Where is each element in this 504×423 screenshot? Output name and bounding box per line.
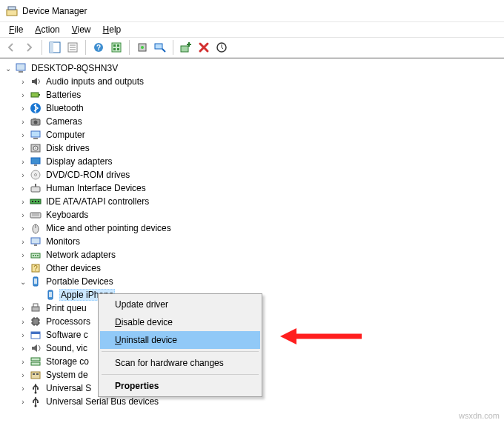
expand-icon[interactable]: › (18, 356, 28, 367)
portable-icon (30, 276, 42, 287)
tree-category[interactable]: ›?Other devices (18, 262, 504, 275)
uninstall-button[interactable] (196, 39, 212, 56)
expand-icon[interactable]: › (18, 130, 28, 140)
svg-rect-13 (113, 48, 116, 50)
svg-rect-77 (36, 373, 39, 375)
expand-icon[interactable]: › (18, 76, 28, 87)
update-button[interactable] (213, 39, 230, 56)
ide-icon (30, 196, 42, 207)
tree-category[interactable]: ›Monitors (18, 235, 504, 248)
expand-icon[interactable]: › (18, 370, 28, 380)
portable-icon (44, 289, 56, 301)
tree-root-label: DESKTOP-8QSHN3V (30, 63, 119, 73)
forward-button[interactable] (21, 39, 37, 56)
expand-icon[interactable]: › (18, 303, 28, 313)
expand-icon[interactable]: › (18, 330, 28, 340)
svg-rect-48 (31, 238, 40, 244)
expand-icon[interactable]: › (18, 143, 28, 153)
tree-category[interactable]: ⌄Portable Devices (18, 275, 504, 288)
expand-icon[interactable]: › (18, 103, 28, 113)
svg-point-32 (35, 147, 36, 149)
menubar: File Action View Help (0, 22, 504, 37)
tree-category-label: Display adapters (44, 156, 113, 167)
tree-category[interactable]: ›Disk drives (18, 141, 504, 155)
software-icon (30, 329, 42, 341)
add-legacy-button[interactable] (178, 39, 194, 56)
scan-hardware-button[interactable] (152, 39, 168, 56)
context-menu-item[interactable]: Update driver (100, 296, 260, 313)
hid-icon (30, 182, 42, 194)
tree-root-node[interactable]: ⌄DESKTOP-8QSHN3V (3, 61, 504, 75)
menu-action[interactable]: Action (29, 23, 65, 36)
tree-category-label: Sound, vic (44, 343, 89, 353)
expand-icon[interactable]: › (18, 263, 28, 273)
expand-icon[interactable]: › (18, 396, 28, 407)
svg-rect-12 (117, 44, 119, 47)
svg-rect-61 (33, 304, 38, 307)
expand-icon[interactable]: ⌄ (18, 276, 28, 287)
keyboard-icon (30, 209, 42, 221)
disk-icon (30, 142, 42, 154)
expand-icon[interactable]: › (18, 196, 28, 207)
printer-icon (30, 302, 42, 314)
tree-category-label: Storage co (44, 356, 90, 367)
expand-icon[interactable]: › (18, 383, 28, 393)
tree-category[interactable]: ›Audio inputs and outputs (18, 75, 504, 88)
context-menu-item[interactable]: Disable device (100, 313, 260, 331)
context-menu-item[interactable]: Scan for hardware changes (100, 354, 260, 372)
tree-category[interactable]: ›Mice and other pointing devices (18, 222, 504, 235)
context-menu-item[interactable]: Properties (100, 377, 260, 395)
audio-icon (30, 76, 42, 87)
expand-icon[interactable]: › (18, 210, 28, 220)
tree-category[interactable]: ›Keyboards (18, 208, 504, 222)
tree-category[interactable]: ›Cameras (18, 115, 504, 128)
tree-category-label: Keyboards (44, 210, 90, 220)
context-menu-separator (102, 374, 259, 375)
context-menu-item[interactable]: Uninstall device (100, 331, 260, 349)
toolbar-separator (42, 40, 42, 55)
svg-rect-10 (112, 43, 121, 52)
collapse-icon[interactable]: ⌄ (3, 63, 13, 73)
expand-icon[interactable]: › (18, 343, 28, 353)
expand-icon[interactable]: › (18, 223, 28, 233)
help-button[interactable]: ? (90, 39, 107, 56)
svg-point-16 (141, 46, 144, 49)
tree-category-label: Other devices (44, 263, 102, 273)
tree-category[interactable]: ›Computer (18, 128, 504, 141)
tree-category[interactable]: ›DVD/CD-ROM drives (18, 168, 504, 181)
tree-category[interactable]: ›Batteries (18, 88, 504, 101)
svg-rect-18 (181, 46, 188, 52)
svg-point-81 (35, 405, 37, 407)
tree-category[interactable]: ›Network adapters (18, 248, 504, 262)
svg-rect-76 (33, 373, 35, 375)
menu-view[interactable]: View (66, 23, 97, 36)
svg-point-52 (35, 255, 36, 256)
properties-button[interactable] (64, 39, 81, 56)
expand-icon[interactable]: › (18, 90, 28, 100)
expand-icon[interactable]: › (18, 236, 28, 247)
other-icon: ? (30, 262, 42, 274)
tree-category[interactable]: ›Display adapters (18, 155, 504, 168)
svg-rect-23 (39, 94, 40, 96)
update-driver-button[interactable] (134, 39, 150, 56)
menu-help[interactable]: Help (97, 23, 127, 36)
tree-category[interactable]: ›Human Interface Devices (18, 181, 504, 195)
tree-category-label: Mice and other pointing devices (44, 223, 173, 233)
computer-icon (30, 129, 42, 141)
expand-icon[interactable]: › (18, 156, 28, 167)
expand-icon[interactable]: › (18, 316, 28, 327)
resources-button[interactable] (108, 39, 125, 56)
back-button[interactable] (3, 39, 19, 56)
tree-category[interactable]: ›Bluetooth (18, 101, 504, 115)
menu-file[interactable]: File (3, 23, 29, 36)
expand-icon[interactable]: › (18, 170, 28, 180)
tree-category-label: Audio inputs and outputs (44, 76, 145, 87)
expand-icon[interactable]: › (18, 116, 28, 127)
expand-icon[interactable]: › (18, 183, 28, 193)
console-tree-button[interactable] (47, 39, 63, 56)
svg-rect-57 (34, 279, 37, 284)
svg-rect-22 (31, 93, 39, 97)
svg-rect-33 (31, 158, 40, 164)
expand-icon[interactable]: › (18, 250, 28, 260)
tree-category[interactable]: ›IDE ATA/ATAPI controllers (18, 195, 504, 208)
